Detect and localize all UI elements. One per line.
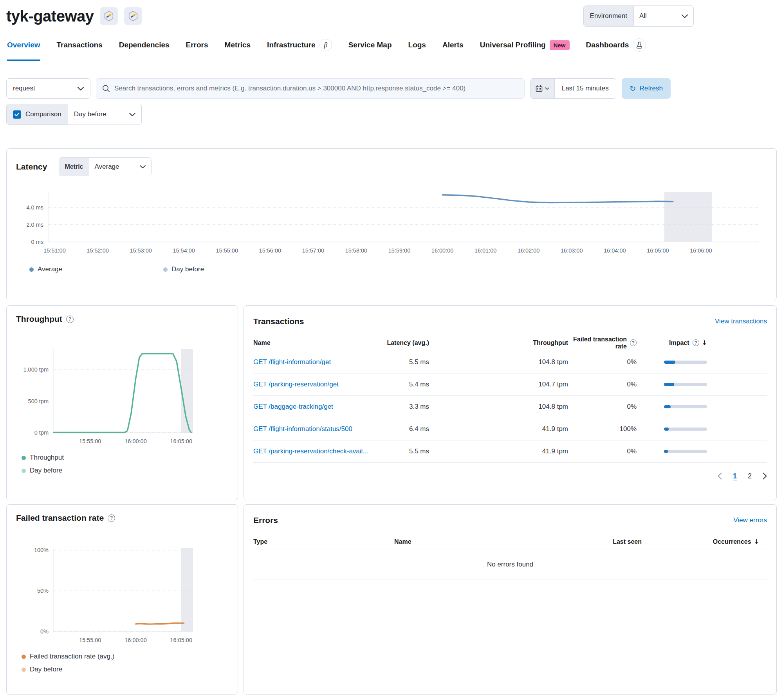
column-header-name[interactable]: Name bbox=[253, 339, 370, 346]
svg-text:15:53:00: 15:53:00 bbox=[130, 247, 152, 254]
latency-value: 6.4 ms bbox=[370, 425, 429, 433]
table-row: GET /flight-information/status/500 6.4 m… bbox=[253, 418, 767, 440]
legend-item[interactable]: Average bbox=[29, 265, 62, 273]
svg-text:1,000 tpm: 1,000 tpm bbox=[23, 366, 49, 373]
view-errors-link[interactable]: View errors bbox=[733, 516, 767, 524]
legend-item[interactable]: Day before bbox=[22, 467, 228, 474]
svg-text:16:01:00: 16:01:00 bbox=[474, 247, 496, 254]
comparison-checkbox[interactable] bbox=[13, 110, 21, 119]
tab-dependencies[interactable]: Dependencies bbox=[119, 38, 170, 61]
transaction-link[interactable]: GET /baggage-tracking/get bbox=[253, 403, 370, 411]
svg-text:16:04:00: 16:04:00 bbox=[604, 247, 626, 254]
page-1-button[interactable]: 1 bbox=[733, 472, 737, 480]
tab-logs[interactable]: Logs bbox=[408, 38, 426, 61]
latency-legend: Average Day before bbox=[16, 265, 767, 273]
search-input[interactable] bbox=[114, 85, 519, 92]
latency-value: 3.3 ms bbox=[370, 403, 429, 411]
column-header-type[interactable]: Type bbox=[253, 538, 394, 545]
legend-item[interactable]: Failed transaction rate (avg.) bbox=[22, 653, 228, 660]
help-icon[interactable]: ? bbox=[108, 514, 115, 522]
transaction-link[interactable]: GET /flight-information/status/500 bbox=[253, 425, 370, 433]
legend-item[interactable]: Throughput bbox=[22, 454, 228, 462]
svg-text:4.0 ms: 4.0 ms bbox=[26, 204, 43, 211]
comparison-toggle: Comparison bbox=[7, 104, 68, 124]
throughput-legend: Throughput Day before bbox=[16, 454, 228, 474]
transactions-table-header: Name Latency (avg.) Throughput Failed tr… bbox=[253, 335, 767, 351]
throughput-value: 41.9 tpm bbox=[429, 447, 568, 455]
transaction-link[interactable]: GET /parking-reservation/get bbox=[253, 381, 370, 388]
svg-text:15:51:00: 15:51:00 bbox=[43, 247, 65, 254]
tab-metrics[interactable]: Metrics bbox=[225, 38, 251, 61]
throughput-chart[interactable]: 1,000 tpm500 tpm0 tpm15:55:0016:00:0016:… bbox=[16, 331, 229, 447]
column-header-last-seen[interactable]: Last seen bbox=[516, 538, 642, 545]
column-header-failed-rate[interactable]: Failed transaction rate ? bbox=[568, 336, 637, 350]
table-row: GET /baggage-tracking/get 3.3 ms 104.8 t… bbox=[253, 396, 767, 418]
page-2-button[interactable]: 2 bbox=[748, 472, 752, 480]
time-range-button[interactable]: Last 15 minutes bbox=[555, 79, 616, 98]
next-page-button[interactable] bbox=[763, 473, 767, 480]
legend-dot bbox=[22, 469, 26, 473]
column-header-occurrences[interactable]: Occurrences ↓ bbox=[642, 538, 759, 545]
legend-dot bbox=[29, 267, 34, 272]
view-transactions-link[interactable]: View transactions bbox=[715, 318, 767, 325]
table-row: GET /parking-reservation/check-avail... … bbox=[253, 440, 767, 463]
service-nav-tabs: Overview Transactions Dependencies Error… bbox=[6, 38, 777, 61]
tab-overview[interactable]: Overview bbox=[7, 38, 40, 61]
refresh-button[interactable]: ↻ Refresh bbox=[622, 78, 671, 99]
comparison-label: Comparison bbox=[25, 110, 61, 118]
opentelemetry-agent-icon bbox=[127, 10, 139, 22]
environment-label: Environment bbox=[584, 6, 634, 26]
metric-value-dropdown[interactable]: Average bbox=[89, 158, 151, 176]
svg-text:16:02:00: 16:02:00 bbox=[518, 247, 539, 254]
svg-text:16:00:00: 16:00:00 bbox=[124, 637, 146, 643]
calendar-dropdown-button[interactable] bbox=[530, 79, 555, 98]
legend-item[interactable]: Day before bbox=[163, 265, 204, 273]
tab-alerts[interactable]: Alerts bbox=[442, 38, 464, 61]
svg-text:16:06:00: 16:06:00 bbox=[690, 247, 712, 254]
svg-text:16:05:00: 16:05:00 bbox=[170, 637, 192, 643]
failed-rate-value: 100% bbox=[568, 425, 637, 433]
column-header-name[interactable]: Name bbox=[394, 538, 516, 545]
legend-dot bbox=[22, 655, 26, 659]
previous-page-button[interactable] bbox=[718, 473, 722, 480]
legend-item[interactable]: Day before bbox=[22, 666, 228, 673]
column-header-impact[interactable]: Impact ? ↓ bbox=[637, 339, 707, 346]
tab-infrastructure[interactable]: Infrastructure β bbox=[267, 38, 332, 61]
tab-transactions[interactable]: Transactions bbox=[57, 38, 103, 61]
transaction-link[interactable]: GET /flight-information/get bbox=[253, 358, 370, 366]
sort-desc-icon: ↓ bbox=[754, 538, 759, 545]
throughput-value: 104.7 tpm bbox=[429, 381, 568, 388]
legend-dot bbox=[22, 456, 26, 460]
impact-bar bbox=[637, 383, 707, 386]
latency-chart[interactable]: 4.0 ms2.0 ms0 ms15:51:0015:52:0015:53:00… bbox=[16, 186, 768, 259]
legend-dot bbox=[22, 668, 26, 672]
tab-service-map[interactable]: Service Map bbox=[348, 38, 392, 61]
latency-value: 5.5 ms bbox=[370, 447, 429, 455]
comparison-value: Day before bbox=[74, 110, 106, 118]
failed-rate-value: 0% bbox=[568, 403, 637, 411]
svg-text:15:55:00: 15:55:00 bbox=[216, 247, 238, 254]
tab-errors[interactable]: Errors bbox=[186, 38, 208, 61]
tab-dashboards[interactable]: Dashboards bbox=[586, 38, 646, 61]
latency-value: 5.4 ms bbox=[370, 381, 429, 388]
latency-panel: Latency Metric Average 4.0 ms2.0 ms0 ms1… bbox=[6, 148, 777, 300]
comparison-select[interactable]: Day before bbox=[68, 104, 141, 124]
transaction-link[interactable]: GET /parking-reservation/check-avail... bbox=[253, 447, 370, 455]
tab-universal-profiling[interactable]: Universal Profiling New bbox=[480, 38, 570, 61]
agent-icon-button-2[interactable] bbox=[124, 7, 142, 25]
column-header-throughput[interactable]: Throughput bbox=[429, 339, 568, 346]
svg-text:15:55:00: 15:55:00 bbox=[79, 438, 101, 444]
environment-select[interactable]: Environment All bbox=[583, 5, 694, 27]
svg-text:2.0 ms: 2.0 ms bbox=[26, 222, 43, 228]
throughput-value: 104.8 tpm bbox=[429, 358, 568, 366]
transaction-type-select[interactable]: request bbox=[6, 78, 90, 99]
agent-icon-button-1[interactable] bbox=[100, 7, 118, 25]
help-icon[interactable]: ? bbox=[66, 316, 74, 323]
svg-text:15:52:00: 15:52:00 bbox=[87, 247, 108, 254]
failed-rate-panel-title: Failed transaction rate bbox=[16, 513, 104, 523]
kql-search-bar bbox=[96, 78, 525, 99]
latency-panel-title: Latency bbox=[16, 162, 47, 171]
svg-text:100%: 100% bbox=[34, 547, 49, 553]
failed-rate-chart[interactable]: 100%50%0%15:55:0016:00:0016:05:00 bbox=[16, 530, 229, 646]
column-header-latency[interactable]: Latency (avg.) bbox=[370, 339, 429, 346]
